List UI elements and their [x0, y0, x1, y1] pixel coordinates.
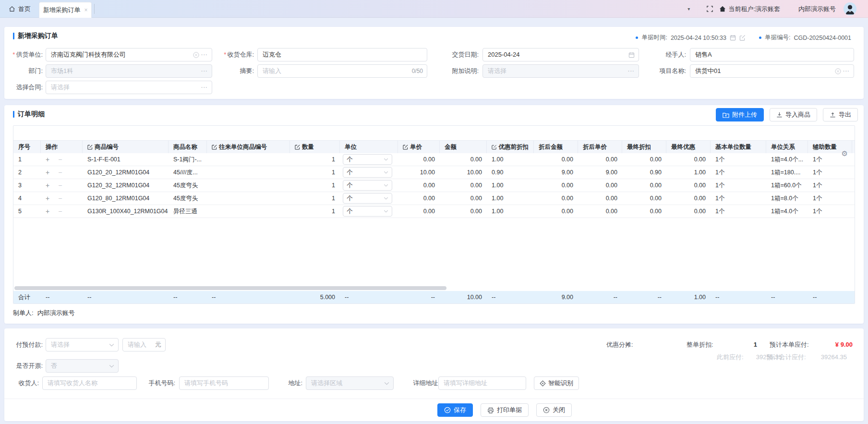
upload-attachment-button[interactable]: 附件上传 [716, 108, 764, 121]
unit-select[interactable]: 个 [343, 154, 392, 165]
tenant-label: 当前租户:演示账套 [728, 5, 780, 13]
remove-row-button[interactable]: − [58, 207, 62, 215]
column-header-name: 商品名称 [169, 141, 207, 153]
row-filler [852, 153, 855, 166]
calendar-icon[interactable] [730, 35, 736, 41]
tenant-home-icon [719, 6, 726, 12]
add-row-button[interactable]: + [46, 156, 49, 163]
delivery-date-label: 交货日期: [415, 48, 479, 61]
extra-note-label: 附加说明: [415, 64, 479, 78]
footer-divider [4, 399, 864, 399]
account-name[interactable]: 内部演示账号 [798, 5, 836, 13]
expected-payable-value: ¥ 9.00 [799, 338, 853, 351]
delivery-date-input[interactable]: 2025-04-24 [482, 48, 639, 61]
cell-base_qty: 1个 [711, 192, 766, 205]
cell-discounted_price: 9.00 [578, 166, 622, 179]
contract-input[interactable]: 请选择 ··· [46, 81, 212, 94]
cell-final_offer: 0.00 [666, 153, 711, 166]
avatar-person-icon [844, 2, 856, 15]
cell-discounted_amount: 0.00 [534, 153, 578, 166]
whole-discount-value: 1 [705, 338, 757, 351]
fullscreen-icon[interactable] [706, 5, 713, 12]
add-row-button[interactable]: + [46, 169, 49, 176]
edit-column-icon [295, 145, 300, 150]
clear-icon[interactable] [835, 68, 841, 74]
caret-down-icon[interactable]: ▾ [687, 6, 690, 12]
cell-final_offer: 1.00 [666, 166, 711, 179]
doc-no-label: 单据编号: [765, 34, 790, 42]
cell-price: -- [398, 291, 440, 303]
project-input[interactable]: 供货中01 ··· [690, 64, 854, 78]
edit-column-icon [212, 145, 217, 150]
more-icon[interactable]: ··· [201, 48, 208, 61]
export-button[interactable]: 导出 [823, 108, 858, 121]
close-button[interactable]: 关闭 [536, 403, 572, 417]
column-header-partner_code: 往来单位商品编号 [207, 141, 290, 153]
cell-aux_qty: 1个 [808, 179, 852, 192]
remove-row-button[interactable]: − [58, 194, 62, 202]
cell-no: 4 [13, 192, 41, 205]
required-mark: * [224, 51, 226, 58]
cell-qty: 5.000 [290, 291, 340, 303]
summary-input[interactable]: 请输入 0/50 [257, 64, 427, 78]
unit-select[interactable]: 个 [343, 167, 392, 178]
unit-select[interactable]: 个 [343, 206, 392, 217]
cell-qty: 1 [290, 166, 340, 179]
home-nav[interactable]: 首页 [9, 0, 31, 18]
receiver-input[interactable]: 请填写收货人名称 [42, 376, 137, 390]
import-products-button[interactable]: 导入商品 [770, 108, 817, 121]
chevron-down-icon [384, 382, 389, 385]
address-select[interactable]: 请选择区域 [306, 376, 394, 390]
warehouse-input[interactable]: 迈克仓 [257, 48, 427, 61]
add-row-button[interactable]: + [46, 182, 49, 189]
cell-amount: 0.00 [440, 179, 487, 192]
more-icon[interactable]: ··· [843, 65, 850, 77]
save-button[interactable]: 保存 [437, 403, 473, 417]
prepay-select[interactable]: 请选择 [46, 338, 119, 351]
edit-time-icon[interactable] [739, 35, 746, 41]
detail-title: 订单明细 [13, 110, 45, 119]
add-row-button[interactable]: + [46, 207, 49, 215]
scrollbar-thumb[interactable] [14, 286, 446, 290]
cell-discounted_price: 0.00 [578, 205, 622, 218]
smart-recognize-button[interactable]: 智能识别 [534, 376, 579, 390]
cell-name: -- [169, 291, 207, 303]
add-row-button[interactable]: + [46, 194, 49, 202]
chevron-down-icon [109, 343, 114, 347]
cell-code: G120_32_12RM01G04 [83, 179, 169, 192]
doc-time-value: 2025-04-24 10:50:33 [671, 35, 726, 41]
tab-new-purchase-order[interactable]: 新增采购订单 × [39, 2, 92, 18]
avatar[interactable] [844, 2, 856, 15]
phone-label: 手机号码: [140, 376, 175, 390]
more-icon[interactable]: ··· [201, 81, 208, 94]
remove-row-button[interactable]: − [58, 156, 62, 163]
handler-input[interactable]: 销售A [690, 48, 854, 61]
phone-input[interactable]: 请填写手机号码 [179, 376, 269, 390]
cell-code: G120_80_12RM01G04 [83, 192, 169, 205]
table-row: 1+−S-1-F-E-001S-1阀门-...1个0.000.001.000.0… [13, 153, 855, 166]
unit-select[interactable]: 个 [343, 180, 392, 191]
current-tenant[interactable]: 当前租户:演示账套 [719, 5, 780, 13]
clear-icon[interactable] [193, 52, 199, 58]
tab-close-icon[interactable]: × [84, 7, 87, 13]
unit-select[interactable]: 个 [343, 193, 392, 204]
column-header-code: 商品编号 [83, 141, 169, 153]
total-payable-label: 预计合计应付: [767, 351, 806, 364]
remove-row-button[interactable]: − [58, 169, 62, 176]
cell-discounted_amount: 9.00 [534, 166, 578, 179]
cell-no: 5 [13, 205, 41, 218]
cell-pre_discount: -- [487, 291, 534, 303]
horizontal-scrollbar[interactable] [13, 285, 855, 291]
cell-pre_discount: 1.00 [487, 153, 534, 166]
prepay-amount-input[interactable]: 请输入 元 [122, 338, 166, 351]
row-filler [852, 205, 855, 218]
page-title: 新增采购订单 [13, 32, 58, 40]
remove-row-button[interactable]: − [58, 182, 62, 189]
address-detail-input[interactable]: 请填写详细地址 [438, 376, 526, 390]
supplier-input[interactable]: 济南迈克阀门科技有限公司 ··· [46, 48, 212, 61]
print-button[interactable]: 打印单据 [481, 403, 529, 417]
cell-ops: +− [41, 166, 83, 179]
gear-icon[interactable]: ⚙ [842, 149, 848, 158]
table-header-row: 序号操作商品编号商品名称往来单位商品编号数量单位单价金额优惠前折扣折后金额折后单… [13, 140, 855, 153]
cell-ops: +− [41, 205, 83, 218]
